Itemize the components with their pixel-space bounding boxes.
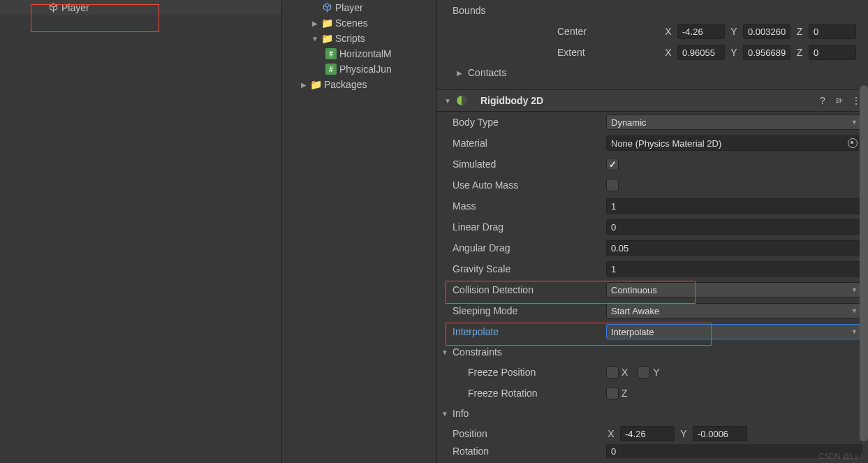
gameobject-icon: [47, 2, 59, 13]
interpolate-dropdown[interactable]: Interpolate ▼: [606, 324, 862, 339]
info-pos-x-field[interactable]: [620, 426, 675, 441]
help-icon[interactable]: ?: [816, 94, 829, 107]
sleeping-mode-dropdown[interactable]: Start Awake ▼: [606, 303, 862, 318]
preset-icon[interactable]: [833, 94, 846, 107]
project-panel: Player ▶ 📁 Scenes ▼ 📁 Scripts # Horizont…: [282, 0, 437, 463]
inspector-scrollbar[interactable]: [860, 85, 868, 441]
linear-drag-label: Linear Drag: [453, 221, 606, 233]
foldout-icon: ▼: [441, 348, 451, 356]
foldout-icon[interactable]: ▼: [310, 34, 320, 43]
y-label: Y: [729, 26, 739, 37]
center-x-field[interactable]: [677, 24, 725, 39]
freeze-position-row: Freeze Position X Y: [437, 362, 868, 383]
rigidbody-icon: [455, 94, 468, 107]
component-title: Rigidbody 2D: [472, 95, 812, 106]
project-item-script2[interactable]: # PhysicalJun: [282, 61, 436, 77]
info-position-row: Position X Y: [437, 423, 868, 444]
project-label: Scenes: [335, 17, 368, 29]
objfield-value: None (Physics Material 2D): [611, 138, 721, 149]
constraints-label: Constraints: [453, 346, 502, 358]
mass-label: Mass: [453, 200, 606, 212]
contacts-foldout[interactable]: ▶ Contacts: [437, 63, 868, 82]
gravity-scale-row: Gravity Scale: [437, 258, 868, 279]
linear-drag-row: Linear Drag: [437, 216, 868, 237]
y-label: Y: [729, 47, 739, 58]
info-foldout[interactable]: ▼ Info: [437, 404, 868, 423]
x-label: X: [663, 26, 673, 37]
foldout-icon[interactable]: ▼: [443, 96, 453, 105]
center-z-field[interactable]: [809, 24, 856, 39]
project-label: Packages: [324, 79, 367, 90]
bounds-label-row: Bounds: [437, 0, 868, 21]
extent-y-field[interactable]: [743, 45, 790, 60]
freeze-x-checkbox[interactable]: [606, 366, 619, 379]
center-y-field[interactable]: [743, 24, 790, 39]
constraints-foldout[interactable]: ▼ Constraints: [437, 342, 868, 362]
body-type-dropdown[interactable]: Dynamic ▼: [606, 115, 862, 130]
y-label: Y: [679, 428, 689, 439]
project-item-scripts[interactable]: ▼ 📁 Scripts: [282, 31, 436, 46]
sleeping-mode-label: Sleeping Mode: [453, 305, 606, 316]
linear-drag-field[interactable]: [606, 219, 862, 235]
simulated-checkbox[interactable]: [606, 158, 619, 170]
hierarchy-item-player[interactable]: Player: [0, 0, 281, 15]
simulated-row: Simulated: [437, 154, 868, 175]
project-item-scenes[interactable]: ▶ 📁 Scenes: [282, 15, 436, 31]
foldout-icon[interactable]: ▶: [310, 18, 320, 28]
project-item-script1[interactable]: # HorizontalM: [282, 46, 436, 61]
material-label: Material: [453, 138, 606, 149]
axis-y-label: Y: [653, 367, 659, 378]
dropdown-value: Dynamic: [611, 117, 647, 128]
z-label: Z: [795, 47, 804, 58]
material-row: Material None (Physics Material 2D): [437, 133, 868, 154]
project-item-packages[interactable]: ▶ 📁 Packages: [282, 77, 436, 92]
dropdown-value: Interpolate: [611, 327, 654, 337]
project-label: HorizontalM: [339, 48, 392, 59]
hierarchy-label: Player: [61, 2, 89, 13]
freeze-y-checkbox[interactable]: [638, 366, 650, 379]
extent-x-field[interactable]: [677, 45, 725, 60]
folder-icon: 📁: [310, 79, 321, 90]
foldout-icon: ▶: [457, 69, 466, 77]
use-auto-mass-checkbox[interactable]: [606, 179, 619, 191]
freeze-z-checkbox[interactable]: [606, 387, 619, 399]
prefab-icon: [321, 2, 332, 13]
dropdown-value: Continuous: [611, 285, 657, 295]
material-field[interactable]: None (Physics Material 2D): [606, 135, 862, 151]
chevron-down-icon: ▼: [851, 119, 858, 126]
info-rotation-row: Rotation: [437, 444, 868, 458]
gravity-scale-label: Gravity Scale: [453, 263, 606, 274]
csharp-icon: #: [325, 48, 337, 59]
project-item-player[interactable]: Player: [282, 0, 436, 15]
axis-z-label: Z: [621, 388, 628, 399]
foldout-icon: ▼: [441, 410, 451, 418]
watermark: CSDN @Ly-l: [818, 452, 862, 460]
inspector-panel: Bounds Center X Y Z Extent X Y Z: [437, 0, 868, 463]
info-label: Info: [453, 408, 469, 419]
folder-icon: 📁: [321, 33, 332, 44]
info-pos-y-field[interactable]: [693, 426, 747, 441]
center-row: Center X Y Z: [437, 21, 868, 42]
freeze-position-label: Freeze Position: [468, 367, 606, 378]
hierarchy-panel: Player: [0, 0, 282, 463]
object-picker-icon[interactable]: [848, 138, 858, 148]
dropdown-value: Start Awake: [611, 306, 659, 316]
chevron-down-icon: ▼: [851, 328, 858, 335]
collision-detection-label: Collision Detection: [453, 284, 606, 295]
angular-drag-field[interactable]: [606, 240, 862, 256]
chevron-down-icon: ▼: [851, 307, 858, 314]
mass-field[interactable]: [606, 198, 862, 214]
center-label: Center: [557, 26, 663, 37]
extent-z-field[interactable]: [809, 45, 856, 60]
interpolate-row: Interpolate Interpolate ▼: [437, 321, 868, 342]
collision-detection-dropdown[interactable]: Continuous ▼: [606, 282, 862, 297]
foldout-icon[interactable]: ▶: [299, 80, 309, 89]
project-label: Scripts: [335, 33, 365, 44]
body-type-row: Body Type Dynamic ▼: [437, 112, 868, 133]
gravity-scale-field[interactable]: [606, 261, 862, 277]
mass-row: Mass: [437, 196, 868, 216]
interpolate-label: Interpolate: [453, 326, 606, 337]
use-auto-mass-label: Use Auto Mass: [453, 179, 606, 191]
rigidbody-header[interactable]: ▼ Rigidbody 2D ? ⋮: [437, 89, 868, 112]
simulated-label: Simulated: [453, 159, 606, 170]
